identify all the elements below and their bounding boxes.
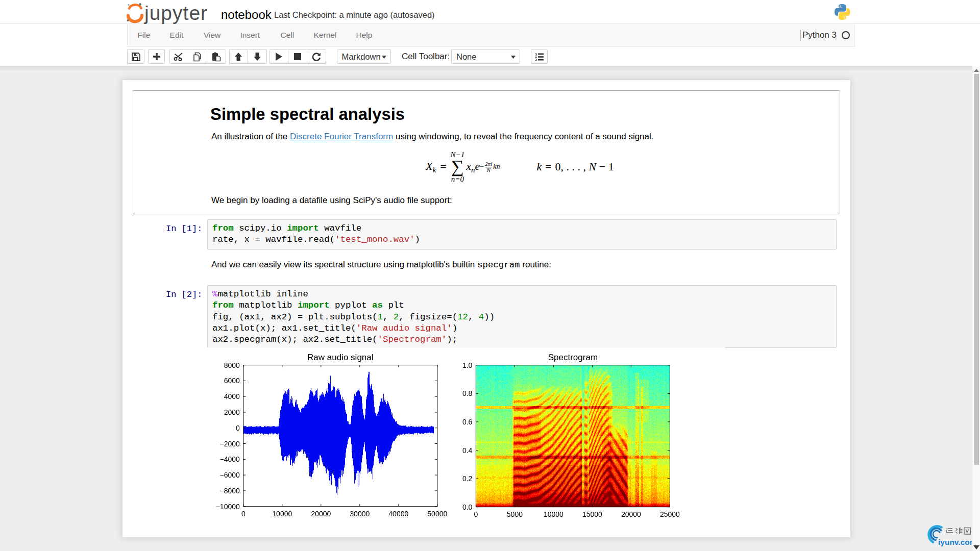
svg-text:−10000: −10000 bbox=[215, 503, 239, 511]
svg-text:6000: 6000 bbox=[224, 377, 239, 385]
svg-text:0.0: 0.0 bbox=[462, 503, 473, 511]
svg-text:iyunv.com: iyunv.com bbox=[938, 538, 977, 546]
svg-text:−2000: −2000 bbox=[219, 440, 240, 448]
svg-text:Raw audio signal: Raw audio signal bbox=[307, 353, 373, 362]
svg-text:0.8: 0.8 bbox=[462, 390, 473, 398]
svg-text:0: 0 bbox=[236, 424, 240, 432]
svg-text:0.2: 0.2 bbox=[462, 474, 473, 483]
svg-text:2000: 2000 bbox=[224, 408, 239, 416]
svg-text:0.4: 0.4 bbox=[462, 446, 473, 455]
svg-text:4000: 4000 bbox=[224, 392, 239, 400]
svg-text:1.0: 1.0 bbox=[462, 361, 473, 369]
svg-text:−4000: −4000 bbox=[219, 456, 240, 464]
svg-text:0.6: 0.6 bbox=[462, 418, 473, 426]
svg-text:Spectrogram: Spectrogram bbox=[548, 353, 598, 362]
svg-text:15000: 15000 bbox=[582, 510, 602, 518]
svg-text:25000: 25000 bbox=[660, 510, 680, 518]
svg-text:8000: 8000 bbox=[224, 361, 239, 369]
svg-text:0: 0 bbox=[241, 510, 246, 518]
svg-text:20000: 20000 bbox=[621, 510, 641, 518]
svg-text:jupyter: jupyter bbox=[144, 2, 208, 24]
svg-text:20000: 20000 bbox=[311, 510, 331, 518]
svg-text:−6000: −6000 bbox=[219, 471, 240, 479]
svg-text:−8000: −8000 bbox=[219, 487, 240, 495]
svg-text:5000: 5000 bbox=[507, 510, 523, 518]
svg-text:30000: 30000 bbox=[350, 510, 370, 518]
svg-text:10000: 10000 bbox=[272, 510, 292, 518]
svg-text:10000: 10000 bbox=[544, 510, 564, 518]
svg-text:0: 0 bbox=[474, 510, 478, 518]
svg-text:50000: 50000 bbox=[427, 510, 447, 518]
svg-text:40000: 40000 bbox=[388, 510, 408, 518]
